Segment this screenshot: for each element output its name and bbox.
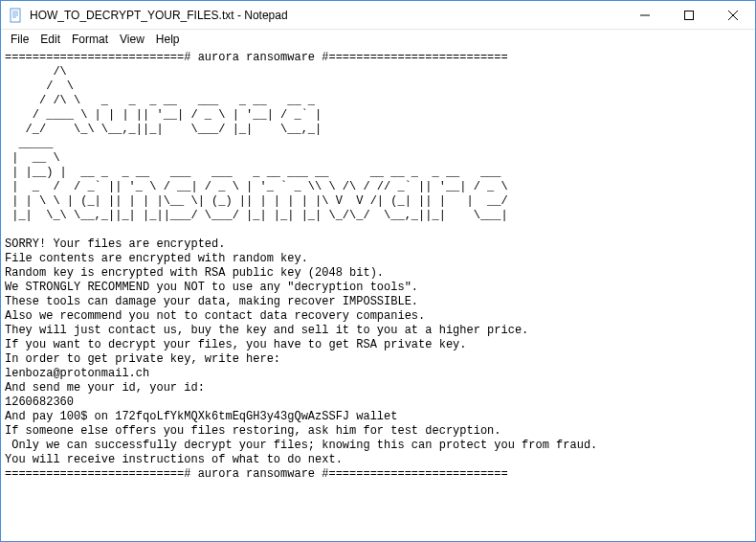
menu-view[interactable]: View <box>114 31 150 48</box>
close-button[interactable] <box>711 1 755 30</box>
text-content[interactable]: ==========================# aurora ranso… <box>1 49 755 541</box>
minimize-button[interactable] <box>623 1 667 30</box>
svg-rect-6 <box>685 11 694 20</box>
titlebar: HOW_TO_DECRYPT_YOUR_FILES.txt - Notepad <box>1 1 755 30</box>
notepad-icon <box>9 8 24 23</box>
maximize-button[interactable] <box>667 1 711 30</box>
menu-file[interactable]: File <box>5 31 34 48</box>
menubar: File Edit Format View Help <box>1 30 755 49</box>
menu-format[interactable]: Format <box>66 31 114 48</box>
window-controls <box>623 1 755 29</box>
menu-help[interactable]: Help <box>150 31 186 48</box>
menu-edit[interactable]: Edit <box>34 31 66 48</box>
window-title: HOW_TO_DECRYPT_YOUR_FILES.txt - Notepad <box>30 9 623 22</box>
